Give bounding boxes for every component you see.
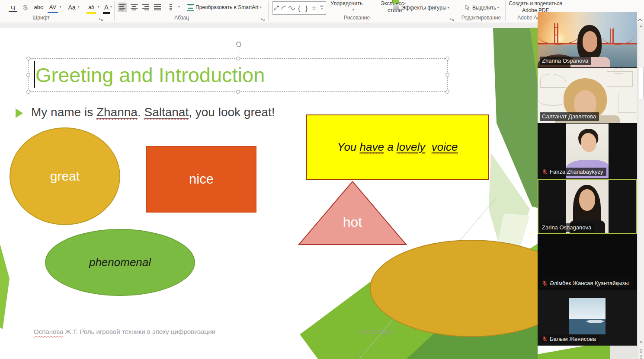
participant-tile[interactable]: Fariza Zhanabaykyzy (538, 124, 637, 178)
footer-author: Оспанова (34, 328, 63, 335)
char-spacing-icon[interactable]: AV (48, 3, 58, 13)
star-shape-icon[interactable]: ☆ (310, 5, 317, 12)
shape-fill-swatch-icon[interactable] (392, 0, 399, 3)
smartart-caret-icon[interactable]: ▾ (260, 6, 262, 9)
shape-effects-caret-icon[interactable]: ▾ (448, 6, 449, 10)
slide-footer: Оспанова Ж.Т. Роль игровой техники в эпо… (34, 328, 215, 335)
bullet-text[interactable]: My name is Zhanna. Saltanat, you look gr… (31, 105, 275, 119)
group-divider (268, 1, 269, 21)
participant-tile[interactable]: Балым Женисова (538, 290, 637, 346)
arc-shape-icon[interactable] (280, 4, 288, 12)
shapes-gallery-more-button[interactable]: ▾ (318, 2, 326, 14)
muted-mic-icon (542, 169, 548, 175)
select-caret-icon[interactable]: ▾ (497, 6, 499, 10)
avatar-wave-foam (586, 320, 604, 323)
resize-handle-se[interactable] (445, 90, 449, 94)
shape-text: hot (298, 214, 407, 230)
next-slide-button[interactable]: ▼▼ (638, 354, 644, 359)
video-sketch-background (614, 68, 623, 74)
bullet-marker-icon (16, 108, 23, 118)
paragraph-group-label: Абзац (158, 15, 205, 22)
group-divider (505, 1, 506, 21)
scroll-down-icon[interactable]: ▼ (638, 340, 644, 346)
text-cursor (34, 61, 35, 88)
participant-name-label: Fariza Zhanabaykyzy (540, 168, 606, 176)
participant-tile-active-speaker[interactable]: Zarina Oshaganova (538, 179, 637, 234)
shape-effects-button[interactable]: Эффекты фигуры (401, 4, 446, 11)
video-bridge-crossbar (554, 35, 558, 35)
font-dialog-launcher-icon[interactable] (99, 15, 104, 20)
video-sketch-background (618, 93, 636, 113)
columns-button[interactable] (168, 3, 177, 12)
select-pointer-icon (465, 4, 470, 11)
font-color-caret-icon[interactable]: ▾ (110, 5, 112, 9)
create-adobe-pdf-button[interactable]: Создать и поделиться (507, 0, 564, 7)
participant-name-label: Әлімбек Жансая Қуантайқызы (540, 279, 632, 288)
curve-shape-icon[interactable] (288, 4, 295, 12)
columns-caret-icon[interactable]: ▾ (178, 5, 180, 9)
slide-title[interactable]: Greeting and Introduction (35, 60, 442, 90)
drawing-dialog-launcher-icon[interactable] (450, 15, 455, 20)
highlight-caret-icon[interactable]: ▾ (98, 5, 99, 9)
video-bridge-crossbar (554, 27, 558, 28)
align-right-button[interactable] (141, 3, 151, 12)
align-justify-button[interactable] (153, 3, 162, 12)
participant-name-label: Zhanna Ospanova (540, 57, 591, 65)
muted-mic-icon (542, 280, 548, 286)
resize-handle-n[interactable] (236, 57, 240, 60)
shape-ellipse-phenomenal[interactable]: phenomenal (45, 229, 195, 296)
drawing-group-label: Рисование (333, 15, 381, 22)
arrange-caret-icon[interactable]: ▾ (352, 8, 354, 12)
title-textbox[interactable]: Greeting and Introduction (28, 58, 448, 92)
underline-icon[interactable]: Ч (9, 3, 17, 12)
participant-tile[interactable]: Салтанат Давлетова (538, 68, 637, 123)
slide-canvas[interactable]: Оспанова Ж.Т. Роль игровой техники в эпо… (0, 28, 610, 359)
left-brace-shape-icon[interactable]: { (295, 4, 303, 12)
scrollbar-thumb[interactable] (639, 67, 644, 99)
char-spacing-caret-icon[interactable]: ▾ (60, 5, 61, 9)
change-case-icon[interactable]: Aa (67, 3, 77, 12)
highlight-color-icon[interactable]: ab (87, 3, 96, 14)
video-bridge-cable (538, 25, 579, 45)
align-center-button[interactable] (129, 3, 139, 12)
text-shadow-icon[interactable]: S (21, 3, 29, 12)
editing-group-label: Редактирование (456, 15, 506, 22)
resize-handle-sw[interactable] (26, 90, 30, 94)
resize-handle-nw[interactable] (26, 57, 30, 60)
freeform-scribble-icon[interactable] (273, 4, 280, 12)
strikethrough-icon[interactable]: abc (32, 3, 45, 12)
convert-to-smartart-button[interactable]: Преобразовать в SmartArt (195, 4, 259, 11)
scroll-up-icon[interactable]: ▲ (638, 23, 644, 29)
shape-rect-nice[interactable]: nice (146, 146, 256, 213)
participant-name-label: Салтанат Давлетова (540, 112, 599, 121)
shape-text: great (50, 169, 80, 184)
participant-tile[interactable]: Әлімбек Жансая Қуантайқызы (538, 235, 637, 290)
resize-handle-w[interactable] (26, 73, 30, 77)
smartart-icon (187, 4, 194, 11)
shape-triangle-hot[interactable]: hot (298, 181, 407, 245)
rotate-handle-icon[interactable] (234, 40, 243, 50)
muted-mic-icon (542, 336, 548, 342)
arrange-button[interactable]: Упорядочить (330, 0, 362, 7)
change-case-caret-icon[interactable]: ▾ (78, 5, 80, 9)
right-brace-shape-icon[interactable]: } (303, 4, 310, 12)
select-button[interactable]: Выделить (472, 4, 496, 11)
group-divider (114, 1, 115, 21)
shape-circle-great[interactable]: great (10, 127, 120, 225)
video-sketch-background (540, 74, 566, 88)
shape-text: phenomenal (89, 256, 151, 269)
resize-handle-s[interactable] (236, 90, 240, 94)
font-color-icon[interactable]: A (103, 3, 110, 14)
resize-handle-ne[interactable] (445, 57, 449, 60)
align-left-button[interactable] (118, 3, 127, 12)
previous-slide-button[interactable]: ▲▲ (638, 347, 644, 353)
participant-name-label: Балым Женисова (540, 335, 599, 343)
zoom-video-panel: Zhanna Ospanova Салтанат Давлетова Fariz… (538, 12, 637, 346)
resize-handle-e[interactable] (445, 73, 449, 77)
paragraph-dialog-launcher-icon[interactable] (260, 15, 266, 20)
participant-tile[interactable]: Zhanna Ospanova (538, 12, 637, 67)
participant-face (583, 31, 597, 52)
shape-yellow-note[interactable]: You have a lovely voice (306, 114, 489, 180)
shape-text: You have a lovely voice (337, 140, 458, 154)
shapes-gallery: { } ☆ ▾ (272, 1, 326, 15)
